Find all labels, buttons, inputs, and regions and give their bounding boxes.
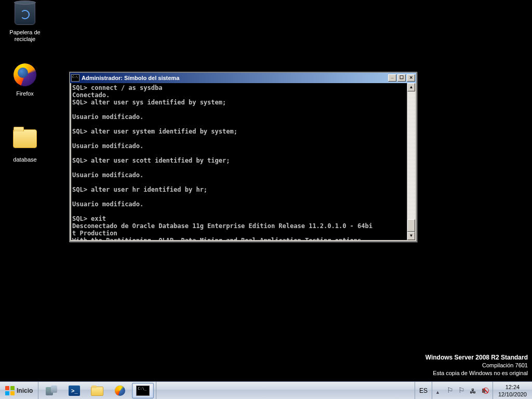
desktop-icon-database[interactable]: database (4, 126, 46, 163)
titlebar[interactable]: Administrador: Símbolo del sistema (70, 73, 416, 83)
scroll-down-button[interactable]: ▼ (407, 232, 415, 240)
language-indicator[interactable]: ES (415, 382, 432, 399)
maximize-button[interactable] (397, 74, 406, 82)
powershell-icon (69, 385, 80, 396)
start-label: Inicio (17, 387, 33, 394)
scroll-thumb[interactable] (407, 219, 415, 232)
taskbar: Inicio ES 12:24 12/10/2020 (0, 381, 532, 399)
clock-date: 12/10/2020 (498, 391, 527, 398)
database-label: database (4, 156, 46, 163)
windows-logo-icon (5, 386, 15, 395)
tray-network-icon[interactable] (470, 387, 478, 395)
taskbar-cmd[interactable] (132, 383, 154, 398)
watermark-build: Compilación 7601 (425, 362, 528, 369)
firefox-label: Firefox (4, 90, 46, 97)
watermark-genuine: Esta copia de Windows no es original (425, 369, 528, 377)
taskbar-explorer[interactable] (86, 383, 108, 398)
tray-action-center-icon[interactable] (447, 387, 455, 395)
watermark-edition: Windows Server 2008 R2 Standard (425, 354, 528, 362)
desktop-icon-recycle-bin[interactable]: Papelera de reciclaje (4, 2, 46, 43)
folder-icon (12, 129, 37, 154)
firefox-icon (12, 63, 37, 88)
taskbar-clock[interactable]: 12:24 12/10/2020 (493, 382, 532, 399)
firefox-icon (115, 385, 125, 396)
tray-show-hidden-icon[interactable] (435, 387, 444, 395)
clock-time: 12:24 (498, 383, 527, 391)
cmd-icon (71, 74, 79, 82)
scroll-up-button[interactable]: ▲ (407, 83, 415, 91)
desktop: Papelera de reciclaje Firefox database A… (0, 0, 532, 399)
explorer-icon (91, 385, 103, 396)
quick-launch (38, 382, 156, 399)
terminal-output[interactable]: SQL> connect / as sysdba Conectado. SQL>… (71, 83, 407, 240)
start-button[interactable]: Inicio (0, 382, 38, 399)
recycle-bin-label: Papelera de reciclaje (4, 29, 46, 43)
minimize-button[interactable] (388, 74, 396, 82)
window-title: Administrador: Símbolo del sistema (82, 75, 388, 81)
scrollbar-vertical[interactable]: ▲ ▼ (407, 83, 415, 240)
server-icon (46, 385, 57, 396)
system-tray (432, 382, 493, 399)
cmd-icon (136, 385, 150, 396)
windows-watermark: Windows Server 2008 R2 Standard Compilac… (425, 354, 528, 377)
close-button[interactable] (407, 74, 415, 82)
desktop-icon-firefox[interactable]: Firefox (4, 63, 46, 97)
taskbar-powershell[interactable] (63, 383, 85, 398)
command-prompt-window[interactable]: Administrador: Símbolo del sistema SQL> … (69, 72, 417, 242)
taskbar-firefox[interactable] (109, 383, 131, 398)
tray-volume-muted-icon[interactable] (481, 387, 489, 395)
recycle-bin-icon (12, 2, 37, 27)
taskbar-server-manager[interactable] (41, 383, 62, 398)
tray-notification-icon[interactable] (458, 387, 467, 395)
